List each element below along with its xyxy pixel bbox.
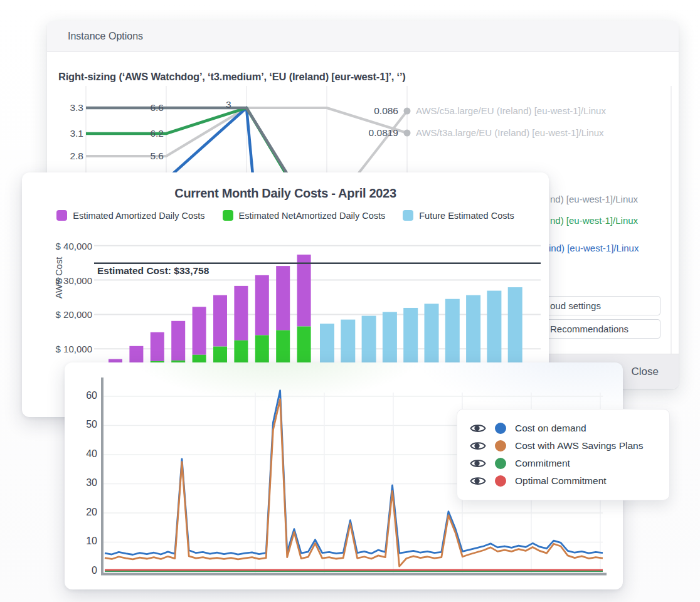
legend-series-label: Commitment <box>515 458 570 469</box>
eye-visibility-icon[interactable] <box>470 423 486 434</box>
modal-header: Instance Options <box>47 21 679 52</box>
y-tick: $ 20,000 <box>34 309 92 320</box>
y-tick: 40 <box>76 448 97 461</box>
legend-item: Future Estimated Costs <box>403 210 514 221</box>
par-price-tick: 0.0819 <box>337 127 398 139</box>
estimated-cost-label: Estimated Cost: $33,758 <box>97 265 209 277</box>
legend-item: Estimated Amortized Daily Costs <box>56 210 204 221</box>
daily-costs-title: Current Month Daily Costs - April 2023 <box>22 186 549 201</box>
par-axis3-tick: 3 <box>226 99 238 110</box>
y-tick: 60 <box>76 390 97 403</box>
par-endpoint-dot <box>404 130 411 137</box>
y-tick: 50 <box>76 419 97 431</box>
par-price-tick: 0.086 <box>342 105 398 117</box>
y-tick: 30 <box>76 477 97 490</box>
amortized-cost-bar <box>193 307 206 354</box>
legend-label: Estimated NetAmortized Daily Costs <box>239 211 386 221</box>
eye-visibility-icon[interactable] <box>470 440 486 452</box>
close-button[interactable]: Close <box>632 366 659 378</box>
legend-series-dot <box>495 440 506 452</box>
y-tick: $ 30,000 <box>34 275 92 287</box>
modal-header-title: Instance Options <box>68 31 143 42</box>
y-tick: $ 10,000 <box>34 344 92 355</box>
amortized-cost-bar <box>213 295 227 347</box>
legend-series-dot <box>495 475 506 487</box>
cost-line-legend: Cost on demandCost with AWS Savings Plan… <box>457 409 670 500</box>
par-axis2-tick: 5.6 <box>140 150 164 162</box>
legend-series-dot <box>495 423 506 434</box>
par-endpoint-dot <box>404 108 411 115</box>
par-axis1-tick: 3.3 <box>60 102 83 114</box>
legend-label: Future Estimated Costs <box>419 211 514 221</box>
cost-line-chart-card: 60 50 40 30 20 10 0 Cost on demandCost w… <box>65 362 623 589</box>
legend-swatch <box>403 210 413 221</box>
y-tick: 10 <box>76 536 97 548</box>
amortized-cost-bar <box>171 321 185 361</box>
y-tick: 20 <box>76 507 97 519</box>
legend-item: Estimated NetAmortized Daily Costs <box>223 210 386 221</box>
par-axis2-tick: 6.6 <box>140 102 164 114</box>
right-sizing-title: Right-sizing (‘AWS Watchdog’, ‘t3.medium… <box>58 71 406 83</box>
eye-visibility-icon[interactable] <box>470 458 486 469</box>
amortized-cost-bar <box>234 286 248 341</box>
instance-option-label: AWS/c5a.large/EU (Ireland) [eu-west-1]/L… <box>416 105 606 116</box>
legend-swatch <box>56 210 67 221</box>
legend-toggle-row[interactable]: Optimal Commitment <box>470 475 669 487</box>
amortized-cost-bar <box>297 255 311 327</box>
daily-costs-legend: Estimated Amortized Daily CostsEstimated… <box>22 210 549 221</box>
amortized-cost-bar <box>276 266 290 330</box>
legend-toggle-row[interactable]: Cost with AWS Savings Plans <box>470 440 669 452</box>
legend-label: Estimated Amortized Daily Costs <box>73 211 204 221</box>
amortized-cost-bar <box>255 275 269 335</box>
instance-option-label-partial: nd) [eu-west-1]/Linux <box>550 194 638 204</box>
legend-series-label: Cost with AWS Savings Plans <box>515 440 643 452</box>
amortized-cost-bar <box>151 332 164 361</box>
legend-series-label: Cost on demand <box>515 423 586 434</box>
legend-swatch <box>223 210 233 221</box>
y-tick: $ 40,000 <box>34 241 92 252</box>
par-axis1-tick: 3.1 <box>60 128 83 139</box>
legend-series-dot <box>495 458 506 469</box>
legend-toggle-row[interactable]: Commitment <box>470 458 669 469</box>
par-axis1-tick: 2.8 <box>60 150 83 162</box>
instance-option-label: AWS/t3a.large/EU (Ireland) [eu-west-1]/L… <box>416 127 604 138</box>
legend-toggle-row[interactable]: Cost on demand <box>470 423 669 434</box>
y-tick: 0 <box>76 565 97 578</box>
legend-series-label: Optimal Commitment <box>515 475 607 487</box>
par-axis2-tick: 6.2 <box>140 128 164 139</box>
instance-option-label-partial: nd) [eu-west-1]/Linux <box>550 215 638 226</box>
instance-option-label-partial: ind) [eu-west-1]/Linux <box>549 243 639 253</box>
eye-visibility-icon[interactable] <box>470 475 486 487</box>
